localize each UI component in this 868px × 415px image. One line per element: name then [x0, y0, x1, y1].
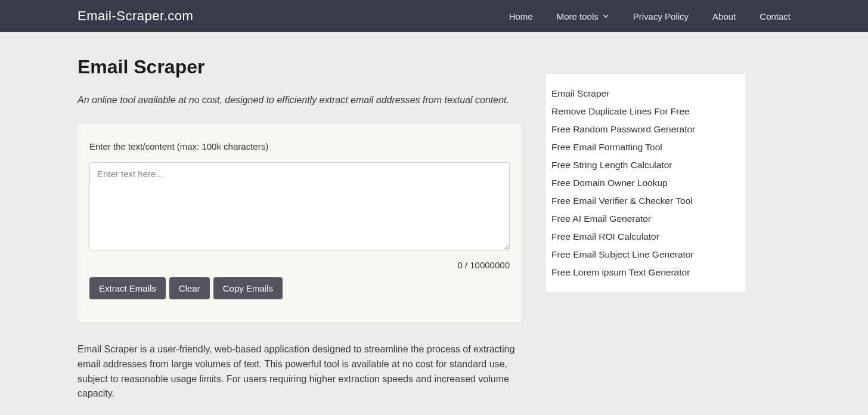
sidebar-item-password-generator[interactable]: Free Random Password Generator	[551, 120, 739, 138]
page-title: Email Scraper	[78, 56, 522, 78]
sidebar-item-string-length[interactable]: Free String Length Calculator	[551, 156, 739, 174]
content-textarea[interactable]	[89, 162, 510, 250]
sidebar: Email Scraper Remove Duplicate Lines For…	[545, 74, 745, 292]
tool-box: Enter the text/content (max: 100k charac…	[78, 123, 522, 322]
nav-home[interactable]: Home	[509, 11, 533, 21]
character-counter: 0 / 10000000	[89, 260, 510, 270]
page-subtitle: An online tool available at no cost, des…	[78, 95, 522, 106]
sidebar-item-subject-line-generator[interactable]: Free Email Subject Line Generator	[551, 246, 739, 264]
sidebar-item-domain-lookup[interactable]: Free Domain Owner Lookup	[551, 174, 739, 192]
sidebar-item-remove-duplicate-lines[interactable]: Remove Duplicate Lines For Free	[551, 103, 739, 120]
nav-contact[interactable]: Contact	[760, 11, 790, 21]
sidebar-item-lorem-ipsum[interactable]: Free Lorem ipsum Text Generator	[551, 264, 739, 281]
copy-emails-button[interactable]: Copy Emails	[213, 277, 283, 299]
input-label: Enter the text/content (max: 100k charac…	[89, 141, 510, 151]
chevron-down-icon	[602, 13, 609, 20]
nav-privacy[interactable]: Privacy Policy	[633, 11, 689, 21]
nav-more-tools-label: More tools	[557, 11, 599, 21]
logo[interactable]: Email-Scraper.com	[78, 8, 193, 24]
header: Email-Scraper.com Home More tools Privac…	[0, 0, 868, 32]
sidebar-item-email-scraper[interactable]: Email Scraper	[551, 85, 739, 103]
sidebar-item-email-formatting[interactable]: Free Email Formatting Tool	[551, 138, 739, 156]
sidebar-item-email-verifier[interactable]: Free Email Verifier & Checker Tool	[551, 192, 739, 210]
nav-more-tools[interactable]: More tools	[557, 11, 609, 21]
nav-about[interactable]: About	[712, 11, 736, 21]
extract-emails-button[interactable]: Extract Emails	[89, 277, 166, 299]
main-nav: Home More tools Privacy Policy About Con…	[509, 11, 790, 21]
clear-button[interactable]: Clear	[169, 277, 210, 299]
description-text: Email Scraper is a user-friendly, web-ba…	[78, 342, 522, 401]
sidebar-item-ai-email-generator[interactable]: Free AI Email Generator	[551, 210, 739, 228]
sidebar-item-roi-calculator[interactable]: Free Email ROI Calculator	[551, 228, 739, 246]
